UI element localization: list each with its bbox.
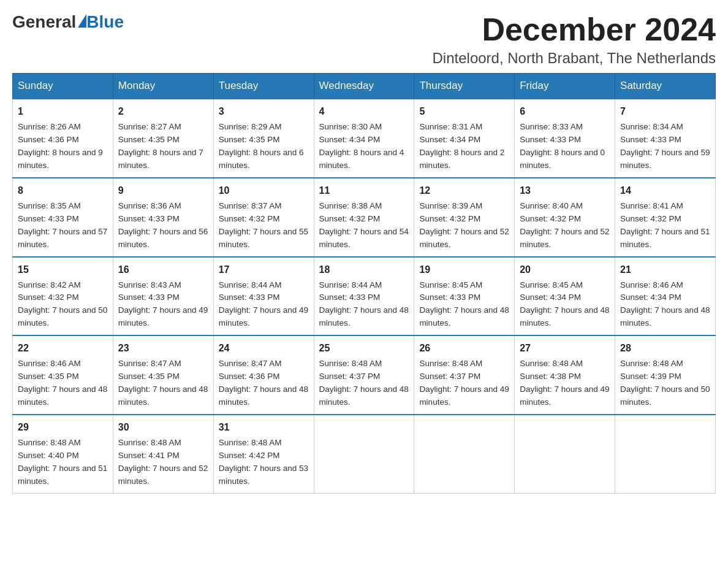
location-title: Dinteloord, North Brabant, The Netherlan… (433, 50, 716, 67)
week-row-3: 15Sunrise: 8:42 AMSunset: 4:32 PMDayligh… (13, 257, 716, 336)
day-cell-4: 4Sunrise: 8:30 AMSunset: 4:34 PMDaylight… (314, 99, 414, 178)
day-cell-20: 20Sunrise: 8:45 AMSunset: 4:34 PMDayligh… (515, 257, 615, 336)
day-info: Sunrise: 8:46 AMSunset: 4:35 PMDaylight:… (18, 358, 108, 409)
day-number: 31 (219, 420, 309, 435)
weekday-header-row: SundayMondayTuesdayWednesdayThursdayFrid… (13, 74, 716, 99)
day-cell-5: 5Sunrise: 8:31 AMSunset: 4:34 PMDaylight… (414, 99, 515, 178)
day-info: Sunrise: 8:48 AMSunset: 4:40 PMDaylight:… (18, 437, 108, 488)
day-number: 14 (620, 183, 710, 198)
empty-cell (314, 415, 414, 493)
day-cell-27: 27Sunrise: 8:48 AMSunset: 4:38 PMDayligh… (515, 335, 615, 415)
day-info: Sunrise: 8:44 AMSunset: 4:33 PMDaylight:… (219, 279, 309, 331)
day-number: 6 (520, 104, 610, 119)
day-cell-1: 1Sunrise: 8:26 AMSunset: 4:36 PMDaylight… (13, 99, 113, 178)
day-number: 17 (219, 262, 309, 277)
weekday-header-thursday: Thursday (414, 74, 515, 99)
day-cell-8: 8Sunrise: 8:35 AMSunset: 4:33 PMDaylight… (13, 178, 113, 257)
day-cell-24: 24Sunrise: 8:47 AMSunset: 4:36 PMDayligh… (213, 335, 314, 415)
day-cell-22: 22Sunrise: 8:46 AMSunset: 4:35 PMDayligh… (13, 335, 113, 415)
day-number: 27 (520, 341, 610, 356)
day-cell-19: 19Sunrise: 8:45 AMSunset: 4:33 PMDayligh… (414, 257, 515, 336)
day-number: 7 (620, 104, 710, 119)
day-info: Sunrise: 8:39 AMSunset: 4:32 PMDaylight:… (419, 200, 509, 251)
day-info: Sunrise: 8:48 AMSunset: 4:41 PMDaylight:… (118, 437, 208, 488)
day-info: Sunrise: 8:33 AMSunset: 4:33 PMDaylight:… (520, 121, 610, 172)
day-info: Sunrise: 8:45 AMSunset: 4:34 PMDaylight:… (520, 279, 610, 331)
weekday-header-sunday: Sunday (13, 74, 113, 99)
title-area: December 2024 Dinteloord, North Brabant,… (433, 12, 716, 67)
day-number: 11 (319, 183, 409, 198)
day-cell-31: 31Sunrise: 8:48 AMSunset: 4:42 PMDayligh… (213, 415, 314, 493)
logo: General Blue (12, 12, 124, 32)
day-info: Sunrise: 8:47 AMSunset: 4:35 PMDaylight:… (118, 358, 208, 409)
day-info: Sunrise: 8:26 AMSunset: 4:36 PMDaylight:… (18, 121, 108, 172)
day-info: Sunrise: 8:45 AMSunset: 4:33 PMDaylight:… (419, 279, 509, 331)
day-info: Sunrise: 8:35 AMSunset: 4:33 PMDaylight:… (18, 200, 108, 251)
day-number: 20 (520, 262, 610, 277)
day-cell-12: 12Sunrise: 8:39 AMSunset: 4:32 PMDayligh… (414, 178, 515, 257)
weekday-header-tuesday: Tuesday (213, 74, 314, 99)
day-cell-16: 16Sunrise: 8:43 AMSunset: 4:33 PMDayligh… (113, 257, 213, 336)
day-info: Sunrise: 8:44 AMSunset: 4:33 PMDaylight:… (319, 279, 409, 331)
day-cell-25: 25Sunrise: 8:48 AMSunset: 4:37 PMDayligh… (314, 335, 414, 415)
day-number: 8 (18, 183, 108, 198)
week-row-1: 1Sunrise: 8:26 AMSunset: 4:36 PMDaylight… (13, 99, 716, 178)
week-row-4: 22Sunrise: 8:46 AMSunset: 4:35 PMDayligh… (13, 335, 716, 415)
day-info: Sunrise: 8:48 AMSunset: 4:42 PMDaylight:… (219, 437, 309, 488)
logo-triangle-icon (78, 14, 86, 28)
calendar-table: SundayMondayTuesdayWednesdayThursdayFrid… (12, 73, 716, 493)
day-info: Sunrise: 8:38 AMSunset: 4:32 PMDaylight:… (319, 200, 409, 251)
day-info: Sunrise: 8:31 AMSunset: 4:34 PMDaylight:… (419, 121, 509, 172)
week-row-5: 29Sunrise: 8:48 AMSunset: 4:40 PMDayligh… (13, 415, 716, 493)
day-info: Sunrise: 8:36 AMSunset: 4:33 PMDaylight:… (118, 200, 208, 251)
day-info: Sunrise: 8:29 AMSunset: 4:35 PMDaylight:… (219, 121, 309, 172)
day-cell-9: 9Sunrise: 8:36 AMSunset: 4:33 PMDaylight… (113, 178, 213, 257)
day-number: 2 (118, 104, 208, 119)
day-number: 10 (219, 183, 309, 198)
weekday-header-friday: Friday (515, 74, 615, 99)
day-cell-7: 7Sunrise: 8:34 AMSunset: 4:33 PMDaylight… (615, 99, 716, 178)
day-number: 12 (419, 183, 509, 198)
day-info: Sunrise: 8:46 AMSunset: 4:34 PMDaylight:… (620, 279, 710, 331)
empty-cell (615, 415, 716, 493)
day-cell-28: 28Sunrise: 8:48 AMSunset: 4:39 PMDayligh… (615, 335, 716, 415)
weekday-header-wednesday: Wednesday (314, 74, 414, 99)
day-info: Sunrise: 8:30 AMSunset: 4:34 PMDaylight:… (319, 121, 409, 172)
day-info: Sunrise: 8:42 AMSunset: 4:32 PMDaylight:… (18, 279, 108, 331)
day-number: 24 (219, 341, 309, 356)
day-number: 3 (219, 104, 309, 119)
day-info: Sunrise: 8:37 AMSunset: 4:32 PMDaylight:… (219, 200, 309, 251)
day-info: Sunrise: 8:27 AMSunset: 4:35 PMDaylight:… (118, 121, 208, 172)
day-cell-26: 26Sunrise: 8:48 AMSunset: 4:37 PMDayligh… (414, 335, 515, 415)
month-title: December 2024 (433, 12, 716, 47)
day-number: 28 (620, 341, 710, 356)
day-cell-10: 10Sunrise: 8:37 AMSunset: 4:32 PMDayligh… (213, 178, 314, 257)
day-number: 9 (118, 183, 208, 198)
day-number: 21 (620, 262, 710, 277)
day-info: Sunrise: 8:41 AMSunset: 4:32 PMDaylight:… (620, 200, 710, 251)
day-cell-30: 30Sunrise: 8:48 AMSunset: 4:41 PMDayligh… (113, 415, 213, 493)
day-cell-29: 29Sunrise: 8:48 AMSunset: 4:40 PMDayligh… (13, 415, 113, 493)
day-number: 30 (118, 420, 208, 435)
day-number: 18 (319, 262, 409, 277)
day-info: Sunrise: 8:48 AMSunset: 4:38 PMDaylight:… (520, 358, 610, 409)
weekday-header-monday: Monday (113, 74, 213, 99)
day-number: 29 (18, 420, 108, 435)
day-number: 26 (419, 341, 509, 356)
day-number: 13 (520, 183, 610, 198)
day-cell-2: 2Sunrise: 8:27 AMSunset: 4:35 PMDaylight… (113, 99, 213, 178)
logo-blue-text: Blue (86, 12, 124, 32)
day-number: 23 (118, 341, 208, 356)
day-info: Sunrise: 8:48 AMSunset: 4:37 PMDaylight:… (419, 358, 509, 409)
day-cell-17: 17Sunrise: 8:44 AMSunset: 4:33 PMDayligh… (213, 257, 314, 336)
day-info: Sunrise: 8:43 AMSunset: 4:33 PMDaylight:… (118, 279, 208, 331)
day-info: Sunrise: 8:47 AMSunset: 4:36 PMDaylight:… (219, 358, 309, 409)
day-cell-18: 18Sunrise: 8:44 AMSunset: 4:33 PMDayligh… (314, 257, 414, 336)
day-number: 25 (319, 341, 409, 356)
day-number: 1 (18, 104, 108, 119)
empty-cell (414, 415, 515, 493)
day-cell-14: 14Sunrise: 8:41 AMSunset: 4:32 PMDayligh… (615, 178, 716, 257)
day-cell-21: 21Sunrise: 8:46 AMSunset: 4:34 PMDayligh… (615, 257, 716, 336)
day-number: 15 (18, 262, 108, 277)
day-info: Sunrise: 8:40 AMSunset: 4:32 PMDaylight:… (520, 200, 610, 251)
